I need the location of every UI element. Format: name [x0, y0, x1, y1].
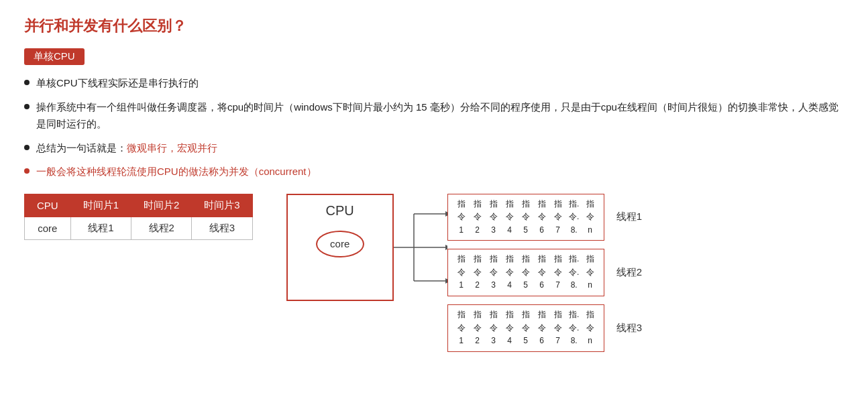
thread-row-1: 指 指 指 指 指 指 指 指. 指 令 令 令 令: [447, 194, 642, 241]
cell: 令: [518, 322, 534, 335]
cell: 指: [486, 253, 502, 266]
cell: 指: [534, 198, 550, 211]
thread-label-2: 线程2: [616, 266, 642, 279]
instruction-grid-3: 指 指 指 指 指 指 指 指. 指 令 令 令 令: [453, 308, 598, 348]
cell: 令: [550, 322, 566, 335]
table-cell-thread2: 线程2: [131, 217, 192, 239]
thread-label-3: 线程3: [616, 322, 642, 335]
cell: 4: [502, 224, 518, 237]
cell: 令.: [566, 211, 582, 224]
cell: 令: [518, 266, 534, 280]
cpu-diagram: CPU core: [286, 194, 394, 301]
single-core-badge: 单核CPU: [24, 48, 85, 65]
cell: 指: [550, 253, 566, 266]
cell: 令: [453, 322, 470, 335]
diagram-threads-container: CPU core: [286, 187, 642, 352]
cell: 指: [453, 198, 470, 211]
cell: 指: [518, 308, 534, 322]
instruction-box-2: 指 指 指 指 指 指 指 指. 指 令 令 令 令: [447, 249, 604, 296]
cell: 指: [470, 198, 486, 211]
cell: 令: [486, 266, 502, 280]
cell: 令: [518, 211, 534, 224]
cell: 6: [534, 224, 550, 237]
cell: 6: [534, 335, 550, 348]
cell: 指: [470, 308, 486, 322]
cell: 令: [534, 322, 550, 335]
table-container: CPU 时间片1 时间片2 时间片3 core 线程1 线程2 线程3: [24, 194, 253, 240]
cell: 令: [470, 211, 486, 224]
bullet-text-4: 一般会将这种线程轮流使用CPU的做法称为并发（concurrent）: [36, 163, 317, 180]
cpu-diagram-label: CPU: [326, 203, 354, 219]
cell: 令: [550, 211, 566, 224]
cell: 3: [486, 279, 502, 292]
cpu-core-oval: core: [316, 231, 364, 257]
page-container: 并行和并发有什么区别？ 单核CPU 单核CPU下线程实际还是串行执行的 操作系统…: [24, 16, 844, 352]
bullet-dot-1: [24, 80, 30, 85]
cell: 指: [486, 198, 502, 211]
cell: 指: [582, 198, 598, 211]
table-row: core 线程1 线程2 线程3: [25, 217, 253, 239]
cell: 7: [550, 279, 566, 292]
cell: 4: [502, 279, 518, 292]
main-content: CPU 时间片1 时间片2 时间片3 core 线程1 线程2 线程3: [24, 187, 844, 352]
cell: 令: [453, 211, 470, 224]
cell: 2: [470, 335, 486, 348]
instruction-grid-1: 指 指 指 指 指 指 指 指. 指 令 令 令 令: [453, 198, 598, 237]
cell: 6: [534, 279, 550, 292]
cell: 令: [502, 322, 518, 335]
table-header-timeslice2: 时间片2: [131, 194, 192, 217]
cell: 指: [502, 198, 518, 211]
cell: 4: [502, 335, 518, 348]
cell: 7: [550, 224, 566, 237]
cell: 指: [502, 253, 518, 266]
cell: 令: [534, 211, 550, 224]
cell: 指: [534, 308, 550, 322]
cell: 1: [453, 224, 470, 237]
cell: 5: [518, 224, 534, 237]
cpu-core-label: core: [330, 238, 349, 249]
cell: 指: [470, 253, 486, 266]
cell: 令: [486, 211, 502, 224]
bullet-item-2: 操作系统中有一个组件叫做任务调度器，将cpu的时间片（windows下时间片最小…: [24, 99, 844, 133]
cell: 指: [518, 253, 534, 266]
cpu-to-threads-arrow: [394, 194, 447, 301]
cell: 令: [550, 266, 566, 280]
cell: 1: [453, 335, 470, 348]
bullet-item-4: 一般会将这种线程轮流使用CPU的做法称为并发（concurrent）: [24, 163, 844, 180]
table-header-cpu: CPU: [25, 194, 71, 217]
cell: 5: [518, 279, 534, 292]
cell: 令: [502, 211, 518, 224]
table-cell-thread3: 线程3: [192, 217, 252, 239]
bullet-list: 单核CPU下线程实际还是串行执行的 操作系统中有一个组件叫做任务调度器，将cpu…: [24, 74, 844, 180]
cell: 指: [582, 253, 598, 266]
cell: 2: [470, 279, 486, 292]
bullet-text-1: 单核CPU下线程实际还是串行执行的: [36, 74, 199, 92]
cell: 指.: [566, 308, 582, 322]
cell: 令.: [566, 322, 582, 335]
cell: 指: [550, 308, 566, 322]
cell: 指: [518, 198, 534, 211]
cell: 指: [453, 253, 470, 266]
cell: 令: [486, 322, 502, 335]
cell: 7: [550, 335, 566, 348]
cell: 指: [550, 198, 566, 211]
thread-label-1: 线程1: [616, 211, 642, 223]
cell: 指.: [566, 198, 582, 211]
cell: 令: [582, 322, 598, 335]
cell: n: [582, 335, 598, 348]
thread-row-3: 指 指 指 指 指 指 指 指. 指 令 令 令 令: [447, 304, 642, 352]
cell: 5: [518, 335, 534, 348]
table-header-row: CPU 时间片1 时间片2 时间片3: [25, 194, 253, 217]
thread-row-2: 指 指 指 指 指 指 指 指. 指 令 令 令 令: [447, 249, 642, 296]
cell: 令: [470, 322, 486, 335]
bullet-dot-2: [24, 104, 30, 109]
cell: 指: [534, 253, 550, 266]
bullet-text-2: 操作系统中有一个组件叫做任务调度器，将cpu的时间片（windows下时间片最小…: [36, 99, 844, 133]
table-header-timeslice1: 时间片1: [70, 194, 131, 217]
instruction-box-1: 指 指 指 指 指 指 指 指. 指 令 令 令 令: [447, 194, 604, 241]
cell: n: [582, 279, 598, 292]
cell: 3: [486, 335, 502, 348]
bullet-text-3-before: 总结为一句话就是：: [36, 139, 127, 157]
instruction-grid-2: 指 指 指 指 指 指 指 指. 指 令 令 令 令: [453, 253, 598, 292]
threads-section: 指 指 指 指 指 指 指 指. 指 令 令 令 令: [447, 194, 642, 352]
